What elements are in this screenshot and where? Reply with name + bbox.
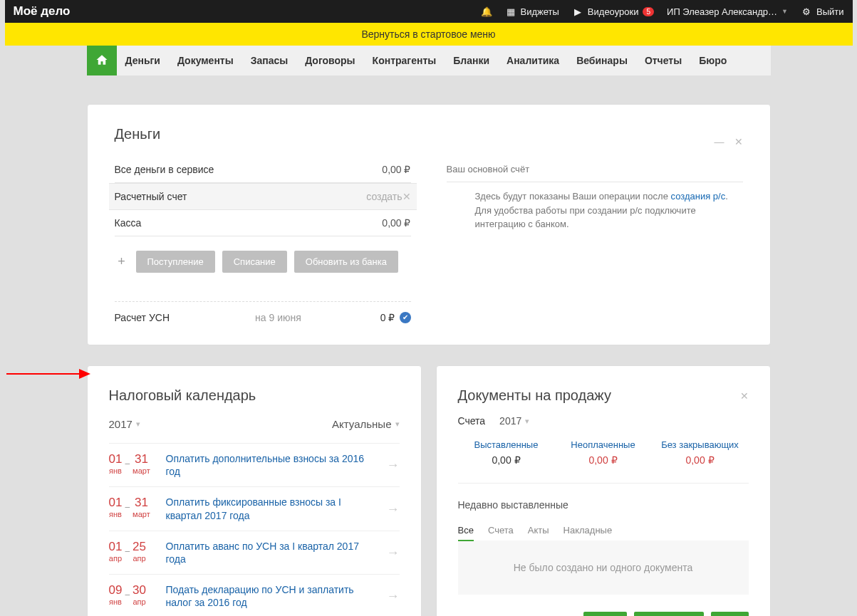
docs-stat: Без закрывающих0,00 ₽ xyxy=(652,439,749,466)
tab-acts[interactable]: Акты xyxy=(528,521,549,541)
widgets-icon: ▦ xyxy=(505,6,516,17)
docs-tabs: Все Счета Акты Накладные xyxy=(458,521,749,541)
money-widget: Деньги — ✕ Все деньги в сервисе 0,00 ₽ Р… xyxy=(87,104,771,345)
empty-state: Не было создано ни одного документа xyxy=(458,541,749,595)
docs-stat: Выставленные0,00 ₽ xyxy=(458,439,555,466)
invoice-button[interactable]: Счёт xyxy=(583,612,627,616)
stat-value: 0,00 ₽ xyxy=(588,454,617,466)
chevron-down-icon: ▾ xyxy=(136,419,140,429)
minimize-icon[interactable]: — xyxy=(715,136,724,147)
date-from: 01янв xyxy=(109,496,123,518)
money-title: Деньги xyxy=(115,126,161,142)
calendar-row[interactable]: 01апр–25апрОплатить аванс по УСН за I кв… xyxy=(109,531,400,574)
act-button[interactable]: Акт xyxy=(711,612,748,616)
chevron-down-icon: ▼ xyxy=(781,8,788,15)
arrow-right-icon[interactable]: → xyxy=(387,589,400,604)
stat-label[interactable]: Выставленные xyxy=(458,439,555,450)
usn-row[interactable]: Расчет УСН на 9 июня 0 ₽ ✔ xyxy=(115,301,411,323)
calendar-filter-select[interactable]: Актуальные▾ xyxy=(332,418,399,430)
money-row-rs: Расчетный счет создать ✕ xyxy=(109,183,417,210)
date-to: 25апр xyxy=(133,540,146,563)
nav-home[interactable] xyxy=(87,46,117,75)
waybill-button[interactable]: Накладная xyxy=(634,612,704,616)
date-to: 30апр xyxy=(133,583,146,606)
date-from: 01янв xyxy=(109,452,123,475)
sales-docs-widget: Документы на продажу ✕ Счета 2017▾ Выста… xyxy=(436,365,771,616)
calendar-task-link[interactable]: Оплатить фиксированные взносы за I кварт… xyxy=(166,496,400,521)
close-icon[interactable]: ✕ xyxy=(734,136,743,147)
topbar-videos[interactable]: ▶ Видеоуроки 5 xyxy=(572,6,654,17)
nav-item[interactable]: Бюро xyxy=(690,46,735,75)
videos-count-badge: 5 xyxy=(643,7,654,16)
update-bank-button[interactable]: Обновить из банка xyxy=(294,251,398,273)
nav-item[interactable]: Деньги xyxy=(117,46,169,75)
nav-item[interactable]: Отчеты xyxy=(636,46,690,75)
arrow-right-icon[interactable]: → xyxy=(387,501,400,516)
nav-item[interactable]: Контрагенты xyxy=(364,46,445,75)
check-icon: ✔ xyxy=(400,312,411,323)
outcome-button[interactable]: Списание xyxy=(222,251,287,273)
calendar-title: Налоговый календарь xyxy=(109,387,400,404)
bell-icon[interactable]: 🔔 xyxy=(481,6,492,17)
date-from: 01апр xyxy=(109,540,123,563)
add-button[interactable]: + xyxy=(115,254,129,269)
stat-label[interactable]: Без закрывающих xyxy=(652,439,749,450)
calendar-task-link[interactable]: Подать декларацию по УСН и заплатить нал… xyxy=(166,583,400,609)
calendar-task-link[interactable]: Оплатить дополнительные взносы за 2016 г… xyxy=(166,452,400,478)
recent-title: Недавно выставленные xyxy=(458,499,749,511)
calendar-row[interactable]: 09янв–30апрПодать декларацию по УСН и за… xyxy=(109,574,400,616)
logo[interactable]: Моё дело xyxy=(14,4,71,19)
calendar-year-select[interactable]: 2017▾ xyxy=(109,418,140,430)
calendar-task-link[interactable]: Оплатить аванс по УСН за I квартал 2017 … xyxy=(166,540,400,565)
date-to: 31март xyxy=(133,452,150,475)
close-icon[interactable]: ✕ xyxy=(740,390,749,402)
income-button[interactable]: Поступление xyxy=(136,251,215,273)
tab-invoices[interactable]: Счета xyxy=(488,521,514,541)
annotation-arrow-icon xyxy=(5,363,90,385)
calendar-row[interactable]: 01янв–31мартОплатить дополнительные взно… xyxy=(109,443,400,486)
nav-item[interactable]: Вебинары xyxy=(568,46,636,75)
topbar-logout[interactable]: ⚙ Выйти xyxy=(801,6,844,17)
stat-value: 0,00 ₽ xyxy=(492,454,520,466)
home-icon xyxy=(95,53,108,68)
nav-item[interactable]: Бланки xyxy=(445,46,498,75)
nav-item[interactable]: Договоры xyxy=(296,46,363,75)
return-banner[interactable]: Вернуться в стартовое меню xyxy=(5,23,853,46)
tab-all[interactable]: Все xyxy=(458,521,474,541)
close-icon[interactable]: ✕ xyxy=(402,191,411,202)
stat-value: 0,00 ₽ xyxy=(685,454,714,466)
date-from: 09янв xyxy=(109,583,123,606)
money-row-kassa: Касса 0,00 ₽ xyxy=(115,210,411,236)
tax-calendar-widget: Налоговый календарь 2017▾ Актуальные▾ 01… xyxy=(87,365,422,616)
topbar-user[interactable]: ИП Элеазер Александр… ▼ xyxy=(667,6,788,17)
nav-item[interactable]: Запасы xyxy=(242,46,297,75)
main-account-title: Ваш основной счёт xyxy=(447,157,743,182)
docs-type-label: Счета xyxy=(458,415,486,427)
chevron-down-icon: ▾ xyxy=(525,417,529,426)
date-to: 31март xyxy=(133,496,150,518)
calendar-row[interactable]: 01янв–31мартОплатить фиксированные взнос… xyxy=(109,486,400,530)
money-row-all: Все деньги в сервисе 0,00 ₽ xyxy=(115,157,411,183)
main-nav: Деньги Документы Запасы Договоры Контраг… xyxy=(87,46,771,75)
play-icon: ▶ xyxy=(572,6,583,17)
nav-item[interactable]: Документы xyxy=(169,46,242,75)
docs-year-select[interactable]: 2017▾ xyxy=(499,415,529,427)
arrow-right-icon[interactable]: → xyxy=(387,545,400,560)
gear-icon: ⚙ xyxy=(801,6,812,17)
main-account-hint: Здесь будут показаны Ваши операции после… xyxy=(447,189,743,231)
topbar: Моё дело 🔔 ▦ Виджеты ▶ Видеоуроки 5 ИП Э… xyxy=(5,0,853,23)
stat-label[interactable]: Неоплаченные xyxy=(555,439,652,450)
arrow-right-icon[interactable]: → xyxy=(387,458,400,473)
docs-stat: Неоплаченные0,00 ₽ xyxy=(555,439,652,466)
tab-waybills[interactable]: Накладные xyxy=(563,521,613,541)
create-account-link[interactable]: создать xyxy=(366,191,402,202)
nav-item[interactable]: Аналитика xyxy=(498,46,568,75)
create-rs-link[interactable]: создания р/с xyxy=(671,191,726,202)
chevron-down-icon: ▾ xyxy=(395,419,400,429)
docs-title: Документы на продажу xyxy=(458,387,611,404)
topbar-widgets[interactable]: ▦ Виджеты xyxy=(505,6,559,17)
